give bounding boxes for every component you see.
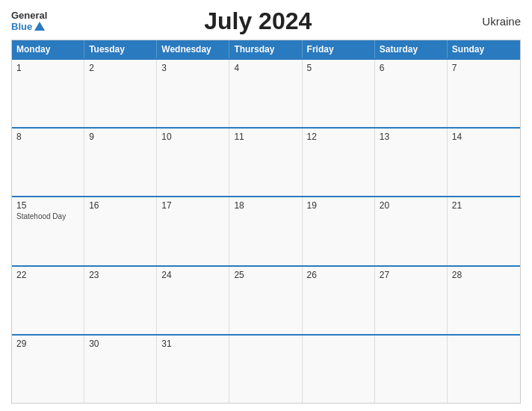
day-number: 18 bbox=[234, 200, 297, 211]
day-number: 28 bbox=[452, 270, 516, 280]
calendar-week-3: 15Statehood Day161718192021 bbox=[12, 196, 520, 265]
day-number: 16 bbox=[89, 200, 152, 211]
day-number: 22 bbox=[16, 270, 79, 280]
calendar-day-cell: 17 bbox=[157, 197, 229, 265]
calendar-day-cell: 3 bbox=[157, 60, 229, 127]
calendar-day-cell: 6 bbox=[375, 60, 448, 127]
day-number: 23 bbox=[89, 270, 152, 280]
calendar-day-cell bbox=[229, 336, 302, 403]
day-number: 24 bbox=[161, 270, 224, 280]
calendar-day-cell bbox=[303, 336, 375, 403]
calendar-body: 123456789101112131415Statehood Day161718… bbox=[12, 58, 520, 403]
day-number: 12 bbox=[307, 132, 370, 142]
day-number: 10 bbox=[161, 132, 224, 142]
weekday-header-tuesday: Tuesday bbox=[84, 40, 157, 58]
calendar-day-cell: 30 bbox=[84, 336, 157, 403]
calendar-week-2: 891011121314 bbox=[12, 127, 520, 196]
day-number: 17 bbox=[161, 200, 224, 211]
calendar-day-cell: 19 bbox=[303, 197, 375, 265]
day-number: 8 bbox=[16, 132, 79, 142]
calendar-day-cell: 26 bbox=[303, 267, 375, 334]
calendar-day-cell: 11 bbox=[229, 129, 302, 196]
day-number: 1 bbox=[16, 63, 79, 73]
day-number: 3 bbox=[161, 63, 224, 73]
weekday-header-wednesday: Wednesday bbox=[157, 40, 229, 58]
calendar-day-cell: 12 bbox=[303, 129, 375, 196]
day-number: 26 bbox=[307, 270, 370, 280]
calendar-day-cell: 15Statehood Day bbox=[12, 197, 84, 265]
calendar-title: July 2024 bbox=[47, 7, 468, 35]
day-number: 13 bbox=[380, 132, 442, 142]
day-number: 14 bbox=[452, 132, 516, 142]
calendar-day-cell: 25 bbox=[229, 267, 302, 334]
day-number: 19 bbox=[307, 200, 370, 211]
calendar-week-5: 293031 bbox=[12, 334, 520, 403]
day-number: 4 bbox=[234, 63, 297, 73]
weekday-header-monday: Monday bbox=[12, 40, 84, 58]
day-number: 11 bbox=[234, 132, 297, 142]
calendar-header: General Blue July 2024 Ukraine bbox=[11, 7, 521, 35]
calendar-day-cell: 5 bbox=[303, 60, 375, 127]
day-number: 2 bbox=[89, 63, 152, 73]
calendar-week-4: 22232425262728 bbox=[12, 265, 520, 334]
calendar-day-cell: 28 bbox=[448, 267, 520, 334]
calendar-day-cell: 4 bbox=[229, 60, 302, 127]
logo-triangle-icon bbox=[34, 22, 45, 31]
calendar-day-cell: 31 bbox=[157, 336, 229, 403]
calendar-day-cell: 20 bbox=[375, 197, 448, 265]
calendar-day-cell: 14 bbox=[448, 129, 520, 196]
calendar-day-cell: 7 bbox=[448, 60, 520, 127]
calendar-day-cell: 24 bbox=[157, 267, 229, 334]
day-number: 5 bbox=[307, 63, 370, 73]
weekday-header-sunday: Sunday bbox=[448, 40, 520, 58]
calendar-day-cell: 16 bbox=[84, 197, 157, 265]
calendar-day-cell: 23 bbox=[84, 267, 157, 334]
weekday-header-thursday: Thursday bbox=[229, 40, 302, 58]
day-number: 31 bbox=[161, 339, 224, 349]
calendar-day-cell: 29 bbox=[12, 336, 84, 403]
weekday-header-friday: Friday bbox=[303, 40, 375, 58]
calendar-day-cell: 9 bbox=[84, 129, 157, 196]
day-number: 30 bbox=[89, 339, 152, 349]
day-number: 20 bbox=[380, 200, 442, 211]
country-label: Ukraine bbox=[468, 15, 521, 28]
calendar-weekday-header: MondayTuesdayWednesdayThursdayFridaySatu… bbox=[12, 40, 520, 58]
day-number: 25 bbox=[234, 270, 297, 280]
weekday-header-saturday: Saturday bbox=[375, 40, 448, 58]
calendar-grid: MondayTuesdayWednesdayThursdayFridaySatu… bbox=[11, 40, 521, 404]
day-number: 21 bbox=[452, 200, 516, 211]
calendar-day-cell: 21 bbox=[448, 197, 520, 265]
calendar-day-cell: 22 bbox=[12, 267, 84, 334]
calendar-day-cell: 13 bbox=[375, 129, 448, 196]
calendar-day-cell: 1 bbox=[12, 60, 84, 127]
logo-blue-text: Blue bbox=[11, 22, 45, 32]
calendar-week-1: 1234567 bbox=[12, 58, 520, 127]
day-number: 6 bbox=[380, 63, 442, 73]
calendar-day-cell: 8 bbox=[12, 129, 84, 196]
day-number: 27 bbox=[380, 270, 442, 280]
calendar-day-cell bbox=[375, 336, 448, 403]
logo: General Blue bbox=[11, 10, 47, 32]
day-event-label: Statehood Day bbox=[16, 212, 79, 220]
day-number: 15 bbox=[16, 200, 79, 211]
day-number: 29 bbox=[16, 339, 79, 349]
logo-general-text: General bbox=[11, 10, 47, 21]
day-number: 9 bbox=[89, 132, 152, 142]
calendar-day-cell: 18 bbox=[229, 197, 302, 265]
calendar-day-cell: 10 bbox=[157, 129, 229, 196]
calendar-day-cell: 27 bbox=[375, 267, 448, 334]
calendar-day-cell: 2 bbox=[84, 60, 157, 127]
day-number: 7 bbox=[452, 63, 516, 73]
calendar-day-cell bbox=[448, 336, 520, 403]
